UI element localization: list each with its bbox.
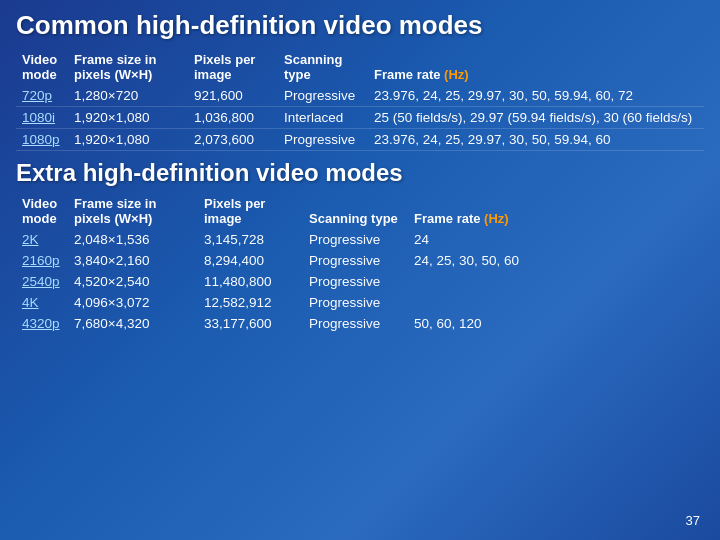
scan-cell: Progressive	[278, 129, 368, 151]
table-row: 2540p 4,520×2,540 11,480,800 Progressive	[16, 271, 704, 292]
rate-cell: 50, 60, 120	[408, 313, 704, 334]
pixels-cell: 1,036,800	[188, 107, 278, 129]
scan-cell: Progressive	[278, 85, 368, 107]
rate-cell	[408, 292, 704, 313]
framesize-cell: 7,680×4,320	[68, 313, 198, 334]
pixels-cell: 12,582,912	[198, 292, 303, 313]
table-row: 1080i 1,920×1,080 1,036,800 Interlaced 2…	[16, 107, 704, 129]
rate-cell: 25 (50 fields/s), 29.97 (59.94 fields/s)…	[368, 107, 704, 129]
mode-link-720p[interactable]: 720p	[22, 88, 52, 103]
mode-link-1080i[interactable]: 1080i	[22, 110, 55, 125]
scan-cell: Progressive	[303, 292, 408, 313]
col-header-frame: Frame size in pixels (W×H)	[68, 49, 188, 85]
rate-cell: 23.976, 24, 25, 29.97, 30, 50, 59.94, 60	[368, 129, 704, 151]
extra-hd-title: Extra high-definition video modes	[16, 159, 704, 187]
scan-cell: Interlaced	[278, 107, 368, 129]
framesize-cell: 4,520×2,540	[68, 271, 198, 292]
rate-cell: 24	[408, 229, 704, 250]
scan-cell: Progressive	[303, 313, 408, 334]
extra-hd-table: Video mode Frame size in pixels (W×H) Pi…	[16, 193, 704, 334]
mode-cell: 2160p	[16, 250, 68, 271]
hz-label-2: (Hz)	[484, 211, 509, 226]
mode-cell: 2540p	[16, 271, 68, 292]
col2-header-rate: Frame rate (Hz)	[408, 193, 704, 229]
page-number: 37	[686, 513, 700, 528]
pixels-cell: 3,145,728	[198, 229, 303, 250]
table-row: 4320p 7,680×4,320 33,177,600 Progressive…	[16, 313, 704, 334]
mode-link-2540p[interactable]: 2540p	[22, 274, 60, 289]
col-header-pixels: Pixels per image	[188, 49, 278, 85]
rate-cell	[408, 271, 704, 292]
common-hd-table: Video mode Frame size in pixels (W×H) Pi…	[16, 49, 704, 151]
table-row: 720p 1,280×720 921,600 Progressive 23.97…	[16, 85, 704, 107]
col2-header-pixels: Pixels per image	[198, 193, 303, 229]
hz-label-1: (Hz)	[444, 67, 469, 82]
rate-cell: 23.976, 24, 25, 29.97, 30, 50, 59.94, 60…	[368, 85, 704, 107]
mode-link-4320p[interactable]: 4320p	[22, 316, 60, 331]
mode-link-2k[interactable]: 2K	[22, 232, 39, 247]
framesize-cell: 1,280×720	[68, 85, 188, 107]
mode-link-4k[interactable]: 4K	[22, 295, 39, 310]
scan-cell: Progressive	[303, 271, 408, 292]
framesize-cell: 3,840×2,160	[68, 250, 198, 271]
col-header-rate: Frame rate (Hz)	[368, 49, 704, 85]
mode-link-1080p[interactable]: 1080p	[22, 132, 60, 147]
pixels-cell: 8,294,400	[198, 250, 303, 271]
col-header-scan: Scanning type	[278, 49, 368, 85]
col-header-mode: Video mode	[16, 49, 68, 85]
framesize-cell: 4,096×3,072	[68, 292, 198, 313]
table-row: 4K 4,096×3,072 12,582,912 Progressive	[16, 292, 704, 313]
table-row: 2K 2,048×1,536 3,145,728 Progressive 24	[16, 229, 704, 250]
pixels-cell: 2,073,600	[188, 129, 278, 151]
mode-cell: 1080i	[16, 107, 68, 129]
table-row: 2160p 3,840×2,160 8,294,400 Progressive …	[16, 250, 704, 271]
pixels-cell: 921,600	[188, 85, 278, 107]
scan-cell: Progressive	[303, 229, 408, 250]
col2-header-frame: Frame size in pixels (W×H)	[68, 193, 198, 229]
pixels-cell: 11,480,800	[198, 271, 303, 292]
col2-header-scan: Scanning type	[303, 193, 408, 229]
mode-cell: 1080p	[16, 129, 68, 151]
framesize-cell: 2,048×1,536	[68, 229, 198, 250]
table-row: 1080p 1,920×1,080 2,073,600 Progressive …	[16, 129, 704, 151]
framesize-cell: 1,920×1,080	[68, 129, 188, 151]
mode-cell: 720p	[16, 85, 68, 107]
pixels-cell: 33,177,600	[198, 313, 303, 334]
mode-cell: 4320p	[16, 313, 68, 334]
col2-header-mode: Video mode	[16, 193, 68, 229]
mode-link-2160p[interactable]: 2160p	[22, 253, 60, 268]
rate-cell: 24, 25, 30, 50, 60	[408, 250, 704, 271]
main-title: Common high-definition video modes	[16, 10, 704, 41]
framesize-cell: 1,920×1,080	[68, 107, 188, 129]
scan-cell: Progressive	[303, 250, 408, 271]
mode-cell: 4K	[16, 292, 68, 313]
mode-cell: 2K	[16, 229, 68, 250]
